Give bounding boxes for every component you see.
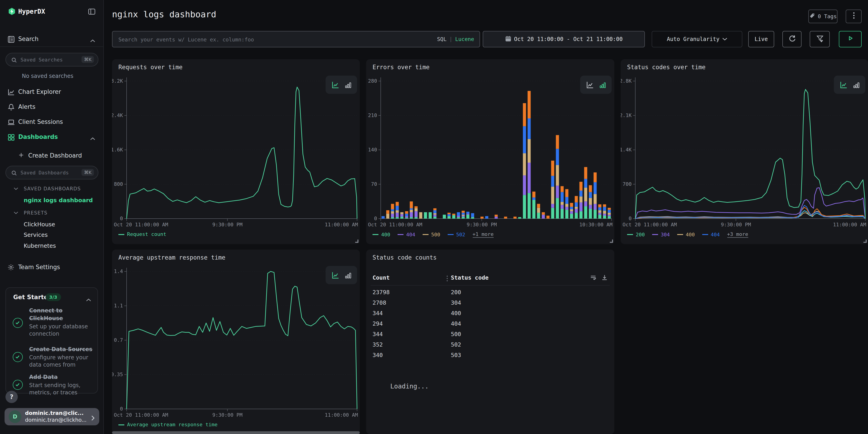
svg-text:3.2K: 3.2K [112, 78, 123, 84]
legend-item[interactable]: 400 [373, 231, 390, 238]
user-name: dominic.tran@clic... [25, 410, 84, 416]
svg-text:0.35: 0.35 [112, 372, 123, 377]
bell-icon [7, 103, 15, 113]
avatar: D [9, 410, 22, 423]
panel-title: Requests over time [118, 64, 183, 70]
chevron-down-icon [722, 36, 727, 42]
wrap-text-icon[interactable] [590, 274, 596, 282]
legend-item[interactable]: 500 [423, 231, 440, 238]
search-input[interactable]: Search your events w/ Lucene ex. column:… [112, 31, 480, 48]
sidebar-item-chart-explorer[interactable]: Chart Explorer [0, 87, 103, 98]
sidebar-item-dashboards[interactable]: Dashboards [0, 132, 103, 144]
get-started-progress-badge: 3/3 [45, 293, 61, 301]
panel-menu-button[interactable] [846, 9, 862, 23]
sidebar-collapse-icon[interactable] [88, 8, 96, 17]
svg-text:0: 0 [374, 216, 377, 221]
create-dashboard-button[interactable]: Create Dashboard [0, 150, 103, 162]
line-chart-toggle-icon[interactable] [331, 81, 340, 89]
granularity-select[interactable]: Auto Granularity [652, 31, 742, 48]
sidebar-item-team-settings[interactable]: Team Settings [0, 262, 103, 274]
legend-item[interactable]: 404 [398, 231, 415, 238]
horizontal-scrollbar[interactable] [112, 431, 360, 434]
legend-item[interactable]: Request count [118, 231, 166, 237]
table-row[interactable]: 2708304 [366, 299, 614, 310]
bar-chart-toggle-icon[interactable] [599, 81, 607, 89]
errors-chart[interactable]: 070140210280Oct 20 11:00:00 AM9:30:00 PM… [366, 59, 614, 244]
svg-text:70: 70 [371, 181, 377, 187]
sidebar-item-alerts[interactable]: Alerts [0, 101, 103, 114]
status-codes-chart[interactable]: 07001.4K2.1K2.8KOct 20 11:00:00 AM9:30:0… [621, 59, 868, 244]
table-row[interactable]: 23798200 [366, 289, 614, 300]
brand-row: HyperDX [0, 6, 103, 17]
svg-text:0.7: 0.7 [114, 337, 123, 343]
refresh-button[interactable] [782, 31, 802, 48]
legend-item[interactable]: 404 [702, 231, 720, 238]
user-email: dominic.tran@clickho... [25, 417, 87, 423]
sidebar-dashboard-nginx-logs[interactable]: nginx logs dashboard [24, 197, 93, 204]
lucene-toggle[interactable]: Lucene [455, 36, 474, 42]
svg-text:0: 0 [120, 216, 123, 221]
preset-clickhouse[interactable]: ClickHouse [24, 221, 55, 228]
preset-kubernetes[interactable]: Kubernetes [24, 242, 56, 249]
resize-handle[interactable] [610, 240, 613, 243]
line-chart-toggle-icon[interactable] [585, 81, 594, 89]
bar-chart-toggle-icon[interactable] [344, 271, 352, 279]
date-range-picker[interactable]: Oct 20 11:00:00 - Oct 21 11:00:00 [483, 31, 645, 48]
table-row[interactable]: 344400 [366, 310, 614, 320]
legend-more-link[interactable]: +1 more [472, 231, 494, 238]
column-drag-handle[interactable] [446, 275, 448, 282]
live-button[interactable]: Live [748, 31, 774, 48]
svg-text:1.6K: 1.6K [112, 147, 123, 153]
user-menu[interactable]: D dominic.tran@clic... dominic.tran@clic… [5, 408, 99, 425]
line-chart-toggle-icon[interactable] [331, 271, 340, 279]
saved-dashboards-input[interactable]: Saved Dashboards ⌘K [5, 166, 98, 179]
sql-toggle[interactable]: SQL [437, 36, 446, 42]
search-icon [11, 169, 17, 178]
no-saved-searches-text: No saved searches [22, 73, 73, 79]
svg-text:800: 800 [114, 181, 123, 187]
line-chart-toggle-icon[interactable] [839, 81, 848, 89]
panel-status-code-counts: Status code counts Count Status code 237… [366, 250, 614, 434]
chevron-up-icon [90, 37, 95, 44]
svg-text:10:30:00 AM: 10:30:00 AM [579, 222, 613, 227]
section-presets[interactable]: PRESETS [14, 210, 48, 215]
preset-services[interactable]: Services [24, 231, 48, 238]
table-row[interactable]: 344500 [366, 331, 614, 342]
legend-more-link[interactable]: +3 more [727, 231, 748, 238]
sidebar: HyperDX Search Saved Searches ⌘K No save… [0, 0, 104, 434]
check-circle-icon [13, 380, 23, 390]
chart-type-toggle [834, 75, 865, 94]
svg-text:11:00:00 AM: 11:00:00 AM [833, 222, 866, 227]
legend-item[interactable]: Average upstream response time [118, 422, 217, 428]
resize-handle[interactable] [863, 240, 867, 243]
table-row[interactable]: 340503 [366, 351, 614, 363]
download-icon[interactable] [601, 274, 608, 282]
bar-chart-toggle-icon[interactable] [344, 81, 352, 89]
resize-handle[interactable] [355, 240, 359, 243]
section-saved-dashboards[interactable]: SAVED DASHBOARDS [14, 186, 81, 191]
column-header-status-code[interactable]: Status code [451, 274, 489, 281]
requests-chart[interactable]: 08001.6K2.4K3.2KOct 20 11:00:00 AM9:30:0… [112, 59, 360, 244]
chevron-up-icon[interactable] [86, 295, 91, 304]
sidebar-item-client-sessions[interactable]: Client Sessions [0, 117, 103, 128]
filter-button[interactable] [810, 31, 830, 48]
query-language-switch: SQL|Lucene [437, 36, 474, 42]
column-header-count[interactable]: Count [373, 274, 390, 281]
legend-item[interactable]: 200 [627, 231, 645, 238]
table-row[interactable]: 352502 [366, 341, 614, 352]
avg-response-chart[interactable]: 00.350.71.11.4Oct 20 11:00:00 AM9:30:00 … [112, 250, 360, 434]
table-row[interactable]: 294404 [366, 320, 614, 331]
bar-chart-toggle-icon[interactable] [852, 81, 860, 89]
run-query-button[interactable] [839, 31, 862, 48]
tags-button[interactable]: 0 Tags [808, 9, 837, 23]
legend-item[interactable]: 502 [447, 231, 465, 238]
svg-text:2.8K: 2.8K [621, 78, 632, 84]
saved-searches-input[interactable]: Saved Searches ⌘K [5, 53, 98, 66]
help-button[interactable]: ? [5, 391, 18, 403]
plus-icon [18, 152, 24, 159]
check-circle-icon [13, 318, 23, 328]
sidebar-item-search[interactable]: Search [0, 34, 103, 45]
saved-dashboards-placeholder: Saved Dashboards [21, 170, 69, 176]
legend-item[interactable]: 304 [652, 231, 670, 238]
legend-item[interactable]: 400 [677, 231, 695, 238]
